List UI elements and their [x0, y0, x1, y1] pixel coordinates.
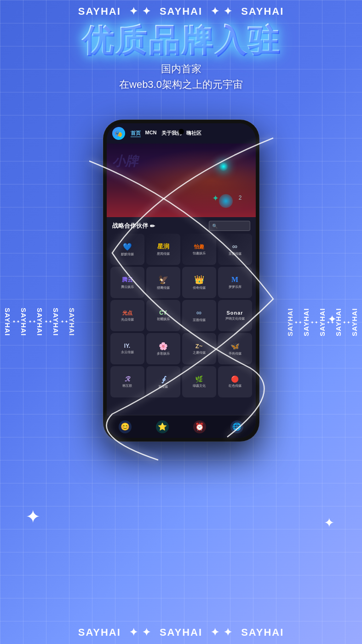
brand-card-10[interactable]: CY 初耀娱乐: [146, 300, 180, 331]
brand-logo-19: 🌿 绿蕊文化: [185, 369, 213, 395]
brand-name-9: 光点传媒: [121, 317, 134, 322]
right-star-4: ✦: [314, 320, 318, 324]
sparkle-icon-3: ✦: [324, 515, 334, 530]
hero-text-decoration: 小牌: [112, 153, 138, 170]
brand-card-12[interactable]: Sonar 声呐文化传媒: [218, 300, 252, 331]
brand-card-9[interactable]: 光点 光点传媒: [110, 300, 144, 331]
brand-logo-10: CY 初耀娱乐: [149, 303, 178, 328]
marquee-text-3: SAYHAI: [241, 6, 284, 17]
brand-card-19[interactable]: 🌿 绿蕊文化: [182, 366, 216, 397]
brand-logo-14: 🌸 多彩娱乐: [149, 336, 178, 362]
brand-card-4[interactable]: ∞ 至善传媒: [218, 234, 252, 265]
left-text-5: SAYHAI: [4, 308, 11, 336]
phone-device: 🎭 首页 MCN 关于我们 嗨社区 小牌 ✦ 2: [103, 120, 259, 442]
marquee-text-1: SAYHAI: [78, 6, 121, 17]
sub-title-2: 在web3.0架构之上的元宇宙: [28, 78, 334, 92]
left-star-3: ✦: [48, 320, 52, 324]
brand-card-20[interactable]: 🔴 红色传媒: [218, 366, 252, 397]
phone-hero-image: 小牌 ✦ 2: [107, 144, 256, 217]
right-text-3: SAYHAI: [318, 308, 326, 336]
brand-logo-18: ∮ 某传媒: [149, 369, 178, 395]
right-marquee: SAYHAI ✦ ✦ SAYHAI ✦ ✦ SAYHAI ✦ ✦ SAYHAI …: [286, 0, 358, 644]
bottom-nav-icon-3: ⏰: [193, 420, 206, 433]
brand-name-16: 手尚传媒: [229, 351, 241, 356]
brand-name-sonar: 声呐文化传媒: [225, 316, 245, 321]
bottom-nav-icon-4: 🌐: [230, 420, 243, 433]
brand-logo-9: 光点 光点传媒: [113, 303, 142, 328]
left-star-5: ✦: [32, 320, 36, 324]
left-star-2: ✦: [60, 320, 64, 324]
brand-name-15: 之磨传媒: [193, 351, 206, 355]
bottom-nav-item-2[interactable]: ⭐: [156, 420, 169, 433]
brand-card-13[interactable]: IY. 永云传媒: [110, 333, 144, 364]
brand-card-11[interactable]: ∞ 至善传媒: [182, 300, 216, 331]
brand-card-14[interactable]: 🌸 多彩娱乐: [146, 333, 180, 364]
search-icon: 🔍: [212, 224, 218, 229]
right-star-7: ✦: [342, 320, 346, 324]
bottom-nav-item-1[interactable]: 😊: [119, 420, 132, 433]
partners-title: 战略合作伙伴 ✏: [112, 222, 155, 230]
brand-card-5[interactable]: 腾云 腾云娱乐: [110, 267, 144, 298]
brand-card-2[interactable]: 星润 星闻传媒: [146, 234, 180, 265]
bottom-text-1: SAYHAI: [78, 627, 121, 638]
brand-name-13: 永云传媒: [121, 350, 134, 355]
brand-logo-20: 🔴 红色传媒: [221, 369, 249, 395]
camera-hole: [178, 129, 184, 134]
left-marquee: SAYHAI ✦ ✦ SAYHAI ✦ ✦ SAYHAI ✦ ✦ SAYHAI …: [4, 0, 76, 644]
right-text-1: SAYHAI: [286, 308, 294, 336]
star-2: ✦ ✦: [211, 6, 233, 17]
brand-card-7[interactable]: 👑 传奇传媒: [182, 267, 216, 298]
nav-logo: 🎭: [112, 127, 125, 140]
brand-logo-17: ℛ 韩互联: [113, 369, 142, 395]
nav-link-home[interactable]: 首页: [131, 130, 141, 137]
brand-name-4: 至善传媒: [229, 252, 241, 256]
nav-link-mcn[interactable]: MCN: [145, 130, 157, 137]
brand-name-6: 猎鹰传媒: [157, 286, 170, 290]
left-star-6: ✦: [28, 320, 32, 324]
bottom-nav-item-3[interactable]: ⏰: [193, 420, 206, 433]
brand-logo-6: 🦅 猎鹰传媒: [149, 270, 178, 295]
marquee-text-2: SAYHAI: [160, 6, 202, 17]
brand-name-8: 梦梦乐库: [229, 285, 241, 289]
brand-card-6[interactable]: 🦅 猎鹰传媒: [146, 267, 180, 298]
brand-card-17[interactable]: ℛ 韩互联: [110, 366, 144, 397]
yz-text: 星润: [157, 242, 170, 251]
brand-logo-15: Z~ 之磨传媒: [185, 336, 213, 362]
left-text-2: SAYHAI: [52, 308, 60, 336]
brand-card-1[interactable]: 💙 默默传媒: [110, 234, 144, 265]
brand-card-8[interactable]: M 梦梦乐库: [218, 267, 252, 298]
brand-name-11: 至善传媒: [193, 318, 206, 322]
brand-card-3[interactable]: 怡趣 怡趣娱乐: [182, 234, 216, 265]
brand-logo-7: 👑 传奇传媒: [185, 270, 213, 295]
brand-name-20: 红色传媒: [229, 384, 241, 388]
heart-icon: 💙: [121, 242, 134, 251]
phone-screen: 🎭 首页 MCN 关于我们 嗨社区 小牌 ✦ 2: [107, 123, 256, 438]
header-section: 优质品牌入驻 国内首家 在web3.0架构之上的元宇宙: [0, 23, 362, 92]
star-1: ✦ ✦: [129, 6, 151, 17]
sub-title-1: 国内首家: [28, 62, 334, 76]
brand-logo-16: 🦋 手尚传媒: [221, 336, 249, 362]
brand-name-18: 某传媒: [158, 385, 168, 389]
brand-name-17: 韩互联: [122, 384, 132, 388]
brand-logo-13: IY. 永云传媒: [113, 336, 142, 362]
pencil-icon: ✏: [150, 223, 155, 230]
left-star-7: ✦: [16, 320, 20, 324]
bottom-star-1: ✦ ✦: [129, 627, 151, 638]
search-box[interactable]: 🔍: [209, 221, 250, 231]
sparkle-icon-1: ✦: [328, 313, 337, 326]
brand-name-19: 绿蕊文化: [193, 384, 206, 388]
sparkle-icon-2: ✦: [25, 506, 41, 527]
left-text-3: SAYHAI: [36, 308, 44, 336]
brand-card-16[interactable]: 🦋 手尚传媒: [218, 333, 252, 364]
phone-bottom-nav: 😊 ⭐ ⏰ 🌐: [107, 415, 256, 438]
nav-link-community[interactable]: 嗨社区: [186, 130, 201, 137]
bottom-nav-item-4[interactable]: 🌐: [230, 420, 243, 433]
right-text-5: SAYHAI: [351, 308, 358, 336]
main-title: 优质品牌入驻: [28, 23, 334, 58]
brand-card-18[interactable]: ∮ 某传媒: [146, 366, 180, 397]
brand-card-15[interactable]: Z~ 之磨传媒: [182, 333, 216, 364]
brand-name-7: 传奇传媒: [193, 286, 206, 290]
left-star-1: ✦: [64, 320, 68, 324]
brand-logo-3: 怡趣 怡趣娱乐: [185, 236, 213, 262]
partners-header: 战略合作伙伴 ✏ 🔍: [107, 217, 256, 234]
